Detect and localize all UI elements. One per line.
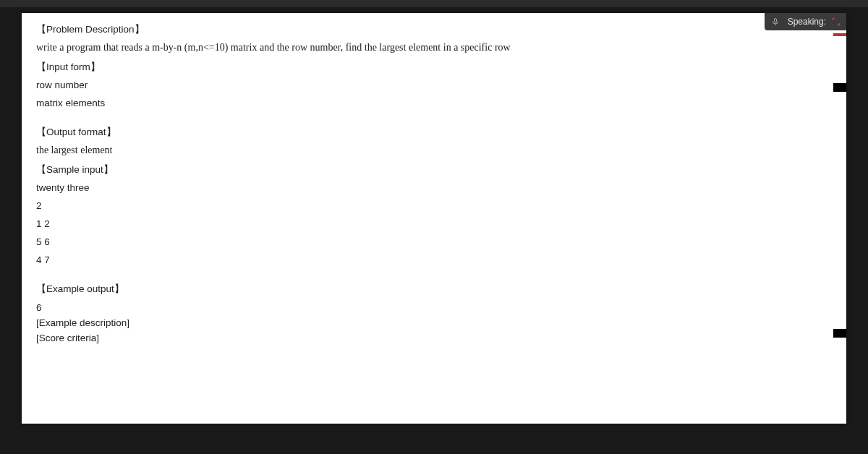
- heading-score-criteria: [Score criteria]: [36, 332, 832, 346]
- heading-example-description: [Example description]: [36, 317, 832, 330]
- speaking-indicator: Speaking:: [765, 13, 846, 30]
- microphone-icon: [770, 17, 780, 27]
- document-page: 【Problem Description】 write a program th…: [22, 13, 846, 424]
- problem-description-text: write a program that reads a m-by-n (m,n…: [36, 42, 832, 53]
- side-marker-red: [833, 33, 846, 36]
- heading-problem-description: 【Problem Description】: [36, 23, 832, 36]
- side-marker: [833, 329, 846, 338]
- heading-example-output: 【Example output】: [36, 283, 832, 296]
- heading-sample-input: 【Sample input】: [36, 163, 832, 176]
- window-top-bar: [0, 0, 868, 7]
- sample-input-line: twenty three: [36, 182, 832, 193]
- sample-input-line: 4 7: [36, 254, 832, 265]
- heading-output-format: 【Output format】: [36, 126, 832, 139]
- output-format-text: the largest element: [36, 145, 832, 156]
- sample-input-line: 1 2: [36, 218, 832, 229]
- svg-rect-0: [774, 19, 776, 23]
- example-output-value: 6: [36, 301, 832, 315]
- expand-icon[interactable]: [830, 16, 842, 27]
- heading-input-form: 【Input form】: [36, 61, 832, 74]
- input-line-1: row number: [36, 80, 832, 90]
- speaking-label: Speaking:: [788, 17, 826, 27]
- sample-input-line: 2: [36, 200, 832, 211]
- side-marker: [833, 83, 846, 92]
- input-line-2: matrix elements: [36, 98, 832, 108]
- sample-input-line: 5 6: [36, 236, 832, 247]
